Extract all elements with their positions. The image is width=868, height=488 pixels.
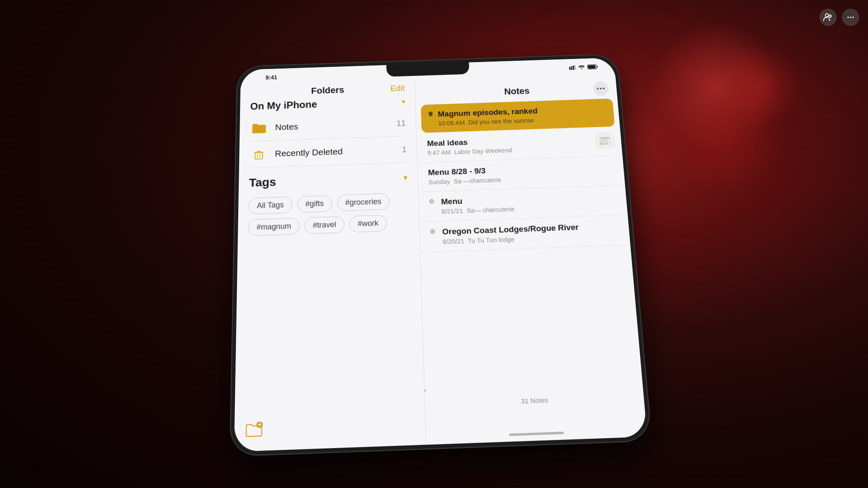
- folders-edit-button[interactable]: Edit: [390, 83, 405, 93]
- phone-frame: 9:41 Folders Edit: [230, 54, 651, 455]
- svg-rect-11: [588, 65, 596, 69]
- tag-work[interactable]: #work: [349, 215, 387, 233]
- pin-icon-oregon: [430, 229, 436, 236]
- notes-panel: Notes: [415, 75, 647, 445]
- notch: [386, 62, 469, 76]
- svg-point-21: [603, 88, 605, 89]
- home-indicator: [509, 432, 564, 436]
- svg-rect-6: [571, 66, 573, 70]
- svg-point-30: [432, 230, 434, 232]
- svg-point-19: [597, 88, 598, 89]
- svg-point-1: [829, 15, 832, 18]
- section-title: On My iPhone: [250, 98, 317, 112]
- tag-travel[interactable]: #travel: [305, 216, 345, 234]
- folders-title: Folders: [311, 85, 344, 96]
- pin-icon-menu: [429, 199, 434, 206]
- meal-ideas-thumbnail: #grm: [595, 133, 615, 148]
- tag-gifts[interactable]: #gifts: [297, 195, 332, 213]
- tag-all-tags[interactable]: All Tags: [249, 197, 292, 214]
- tags-grid: All Tags #gifts #groceries #magnum #trav…: [248, 192, 409, 236]
- svg-line-13: [254, 152, 263, 153]
- recently-deleted-count: 1: [402, 144, 407, 154]
- trash-icon: [250, 146, 268, 161]
- svg-point-2: [848, 16, 849, 18]
- svg-rect-8: [575, 65, 576, 70]
- tags-section: Tags ▾ All Tags #gifts #groceries #magnu…: [238, 162, 420, 243]
- svg-point-28: [431, 200, 433, 202]
- pin-icon-magnum: [427, 111, 434, 119]
- notes-folder-count: 11: [396, 118, 406, 128]
- new-folder-icon: [245, 420, 264, 439]
- tag-magnum[interactable]: #magnum: [248, 217, 299, 236]
- svg-text:#grm: #grm: [600, 141, 608, 145]
- notes-more-button[interactable]: [593, 81, 609, 96]
- section-chevron-icon[interactable]: ▾: [402, 98, 405, 105]
- folders-panel: Folders Edit On My iPhone ▾: [234, 81, 426, 452]
- tag-groceries[interactable]: #groceries: [337, 193, 390, 211]
- svg-point-20: [600, 88, 602, 89]
- notes-folder-label: Notes: [275, 118, 397, 132]
- svg-rect-7: [573, 66, 575, 70]
- new-folder-button[interactable]: [234, 407, 426, 452]
- more-options-icon[interactable]: [842, 9, 859, 26]
- top-right-controls: [819, 9, 859, 26]
- recently-deleted-label: Recently Deleted: [275, 144, 402, 158]
- svg-point-0: [825, 14, 829, 17]
- svg-point-4: [852, 16, 854, 18]
- tags-title: Tags: [249, 175, 276, 190]
- folder-notes-icon: [250, 120, 268, 135]
- svg-point-9: [581, 68, 582, 69]
- notes-list: Magnum episodes, ranked 10:06 AM Did you…: [416, 98, 643, 395]
- svg-rect-12: [255, 152, 263, 159]
- notes-title: Notes: [440, 83, 594, 98]
- svg-point-3: [850, 16, 851, 18]
- profile-icon[interactable]: [819, 9, 837, 26]
- tags-chevron-icon[interactable]: ▾: [403, 173, 407, 182]
- svg-rect-5: [569, 67, 570, 70]
